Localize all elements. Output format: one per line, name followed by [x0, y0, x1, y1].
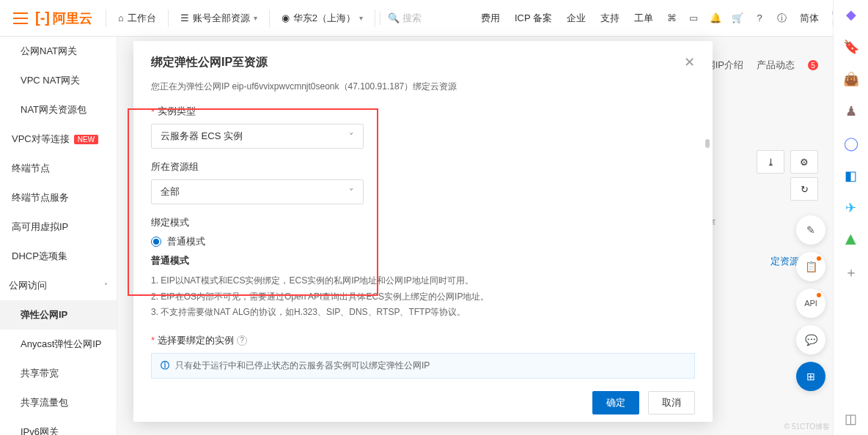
sidebar-item-shared-pkg[interactable]: 共享流量包 [0, 388, 117, 417]
radio-label: 普通模式 [167, 235, 205, 248]
bell-icon[interactable]: 🔔 [705, 7, 727, 29]
sidebar-item-anycast[interactable]: Anycast弹性公网IP [0, 330, 117, 359]
menu-icon [13, 12, 28, 24]
rail-panel-icon[interactable]: ◫ [842, 410, 860, 428]
info-banner: ⓘ 只有处于运行中和已停止状态的云服务器实例可以绑定弹性公网IP [151, 353, 695, 379]
nav-enterprise[interactable]: 企业 [559, 12, 593, 25]
right-rail: ◆ 🔖 👜 ♟ ◯ ◧ ✈ ⯅ ＋ ◫ [833, 0, 868, 435]
mode-title: 普通模式 [151, 254, 695, 267]
mode-line: 2. EIP在OS内部不可见，需要通过Open API查询出具体ECS实例上绑定… [151, 289, 695, 305]
separator [106, 10, 106, 27]
info-icon[interactable]: ⓘ [770, 7, 792, 29]
notification-dot [817, 293, 821, 297]
scrollbar-thumb[interactable] [705, 139, 710, 148]
sidebar-item-endpoint-svc[interactable]: 终端节点服务 [0, 183, 117, 212]
chevron-down-icon: ▾ [254, 14, 257, 22]
rail-bag-icon[interactable]: 👜 [842, 70, 860, 88]
instance-type-label: * 实例类型 [151, 105, 695, 118]
sidebar-item-nat-public[interactable]: 公网NAT网关 [0, 37, 117, 66]
float-grid-button[interactable]: ⊞ [796, 362, 825, 391]
rail-plus-icon[interactable]: ＋ [842, 264, 860, 281]
sidebar-item-eip[interactable]: 弹性公网IP [0, 300, 117, 330]
sidebar-item-dhcp[interactable]: DHCP选项集 [0, 242, 117, 271]
rail-circle-icon[interactable]: ◯ [842, 135, 860, 152]
sidebar-item-vpc-peer[interactable]: VPC对等连接 NEW [0, 124, 117, 154]
info-text: 只有处于运行中和已停止状态的云服务器实例可以绑定弹性公网IP [175, 360, 430, 372]
instance-type-select[interactable]: 云服务器 ECS 实例 ˅ [151, 124, 364, 149]
hamburger-menu[interactable] [6, 4, 35, 33]
confirm-button[interactable]: 确定 [592, 391, 639, 414]
sidebar-item-nat-pkg[interactable]: NAT网关资源包 [0, 95, 117, 124]
sidebar-item-ipv6gw[interactable]: IPv6网关 [0, 417, 117, 435]
float-chat-button[interactable]: 💬 [796, 325, 825, 354]
table-toolbar-2: ↻ [790, 177, 818, 201]
help-tooltip-icon[interactable]: ? [237, 335, 247, 346]
workspace-link[interactable]: ⌂ 工作台 [111, 12, 163, 25]
refresh-button[interactable]: ↻ [790, 177, 818, 201]
rail-outlook-icon[interactable]: ◧ [842, 167, 860, 185]
mode-description-list: 1. EIP以NAT模式和ECS实例绑定，ECS实例的私网IP地址和公网IP地址… [151, 273, 695, 321]
tab-news[interactable]: 产品动态 [757, 59, 795, 72]
bind-mode-label: 绑定模式 [151, 216, 695, 229]
label-text: 选择要绑定的实例 [158, 334, 234, 347]
table-toolbar: ⤓ ⚙ [757, 150, 818, 174]
settings-button[interactable]: ⚙ [790, 150, 818, 174]
mode-line: 3. 不支持需要做NAT ALG的协议，如H.323、SIP、DNS、RTSP、… [151, 305, 695, 321]
resource-group-select[interactable]: 全部 ˅ [151, 179, 364, 204]
close-icon[interactable]: ✕ [684, 54, 695, 70]
sidebar-item-nat-vpc[interactable]: VPC NAT网关 [0, 66, 117, 95]
account-scope-dropdown[interactable]: ☰ 账号全部资源 ▾ [173, 12, 265, 25]
cancel-button[interactable]: 取消 [648, 391, 695, 414]
search-input[interactable]: 🔍 搜索 [380, 12, 446, 25]
nav-billing[interactable]: 费用 [474, 12, 507, 25]
mode-line: 1. EIP以NAT模式和ECS实例绑定，ECS实例的私网IP地址和公网IP地址… [151, 273, 695, 289]
separator [168, 10, 169, 27]
select-value: 云服务器 ECS 实例 [161, 130, 243, 143]
bind-resource-link[interactable]: 定资源 [770, 255, 799, 268]
float-edit-button[interactable]: ✎ [796, 215, 825, 245]
rail-chess-icon[interactable]: ♟ [842, 103, 860, 120]
modal-title: 绑定弹性公网IP至资源 [151, 55, 268, 70]
rail-tag-icon[interactable]: 🔖 [842, 38, 860, 56]
nav-ticket[interactable]: 工单 [627, 12, 661, 25]
sidebar-item-havip[interactable]: 高可用虚拟IP [0, 212, 117, 242]
cloud-shell-icon[interactable]: ⌘ [661, 7, 683, 29]
clipboard-icon: 📋 [805, 261, 817, 272]
workspace-label: 工作台 [128, 12, 156, 25]
brand-logo[interactable]: [-] 阿里云 [35, 10, 92, 27]
bind-mode-radio-normal[interactable]: 普通模式 [151, 235, 695, 248]
download-button[interactable]: ⤓ [757, 150, 784, 174]
cart-icon[interactable]: 🛒 [727, 7, 749, 29]
top-right-nav: 费用 ICP 备案 企业 支持 工单 ⌘ ▭ 🔔 🛒 ? ⓘ 简体 u-ihsx… [474, 7, 862, 29]
label-text: 实例类型 [158, 105, 196, 118]
region-dropdown[interactable]: ◉ 华东2（上海） ▾ [274, 12, 370, 25]
modal-footer: 确定 取消 [133, 384, 713, 422]
rail-send-icon[interactable]: ✈ [842, 199, 860, 217]
select-value: 全部 [161, 185, 180, 198]
account-scope-label: 账号全部资源 [193, 12, 250, 25]
required-marker: * [151, 335, 155, 346]
nav-support[interactable]: 支持 [593, 12, 627, 25]
watermark: © 51CTO博客 [784, 422, 830, 432]
sidebar-section-public[interactable]: 公网访问 ˄ [0, 271, 117, 300]
separator [375, 10, 375, 27]
monitor-icon[interactable]: ▭ [683, 7, 705, 29]
notification-badge: 5 [808, 60, 818, 70]
sidebar-section-label: 公网访问 [9, 279, 47, 292]
edit-icon: ✎ [806, 224, 815, 236]
chevron-up-icon: ˄ [104, 282, 108, 290]
float-api-button[interactable]: API [796, 289, 825, 318]
float-clip-button[interactable]: 📋 [796, 252, 825, 281]
chevron-down-icon: ˅ [349, 131, 354, 142]
sidebar-item-endpoint[interactable]: 终端节点 [0, 154, 117, 183]
help-icon[interactable]: ? [749, 7, 770, 29]
nav-icp[interactable]: ICP 备案 [507, 12, 559, 25]
rail-tree-icon[interactable]: ⯅ [842, 231, 860, 249]
sidebar-item-shared-bw[interactable]: 共享带宽 [0, 359, 117, 388]
rail-diamond-icon[interactable]: ◆ [842, 6, 860, 23]
lang-switch[interactable]: 简体 [792, 12, 826, 25]
region-label: 华东2（上海） [293, 12, 356, 25]
api-label: API [804, 299, 817, 308]
required-marker: * [151, 106, 155, 117]
label-text: 所在资源组 [151, 160, 199, 174]
